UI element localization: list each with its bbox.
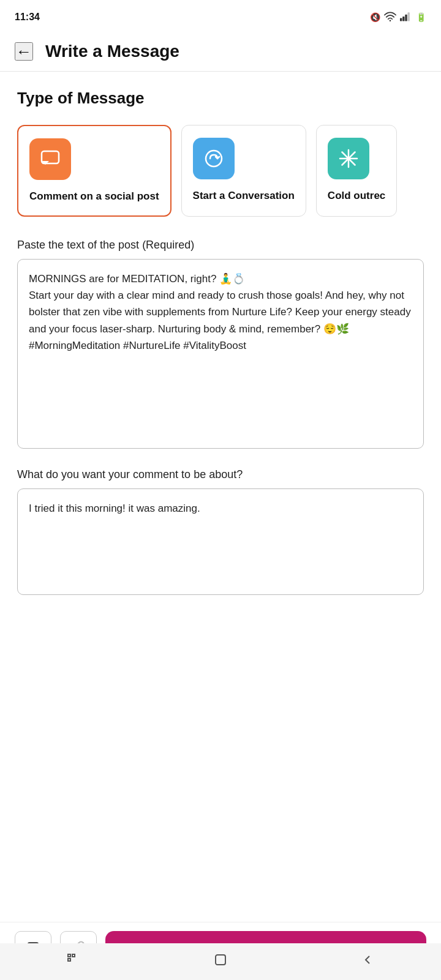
svg-rect-12 [68,954,70,957]
nav-recent-icon[interactable] [66,952,81,971]
post-text-input[interactable] [17,259,424,449]
battery-icon: 🔋 [416,12,426,22]
svg-rect-1 [400,18,402,21]
wifi-icon [384,12,396,23]
nav-home-icon[interactable] [213,952,228,971]
page-title: Write a Message [45,42,179,61]
signal-icon [400,12,412,23]
svg-rect-2 [402,17,404,21]
svg-rect-4 [408,12,410,21]
comment-field-label: What do you want your comment to be abou… [17,468,424,481]
mute-icon: 🔇 [370,12,380,22]
post-field-label: Paste the text of the post (Required) [17,239,424,252]
nav-back-icon[interactable] [360,952,375,971]
status-time: 11:34 [15,12,40,23]
card-cold-icon [328,138,369,179]
card-cold[interactable]: Cold outrec [316,125,397,217]
svg-rect-13 [72,954,75,957]
svg-point-11 [347,157,350,160]
card-conversation[interactable]: Start a Conversation [181,125,306,217]
svg-point-6 [206,151,222,166]
svg-rect-3 [405,14,407,21]
svg-rect-14 [68,959,70,961]
comment-text-input[interactable] [17,488,424,595]
card-cold-label: Cold outrec [328,189,385,203]
card-comment[interactable]: Comment on a social post [17,125,172,217]
svg-point-0 [390,20,391,21]
status-icons: 🔇 🔋 [370,12,426,23]
page-header: ← Write a Message [0,32,441,72]
card-conversation-label: Start a Conversation [193,189,295,203]
card-conversation-icon [193,138,235,179]
back-button[interactable]: ← [15,42,33,61]
svg-rect-15 [216,955,225,965]
message-type-cards: Comment on a social post Start a Convers… [17,125,424,217]
section-title: Type of Message [17,89,424,108]
card-comment-label: Comment on a social post [29,190,159,203]
status-bar: 11:34 🔇 🔋 [0,0,441,32]
card-comment-icon [29,138,71,180]
main-content: Type of Message Comment on a social post [0,72,441,688]
